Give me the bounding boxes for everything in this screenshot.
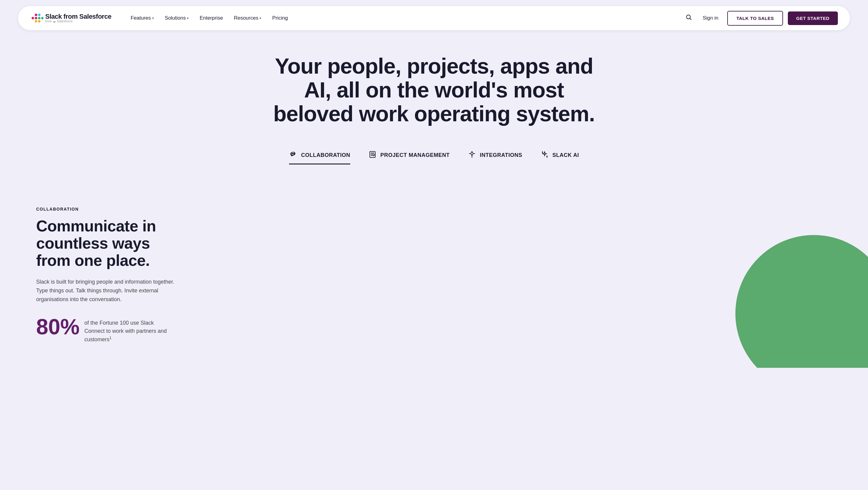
svg-point-11 <box>293 153 294 154</box>
slack-logo-icon <box>30 11 43 25</box>
content-left: COLLABORATION Communicate in countless w… <box>36 207 187 344</box>
svg-rect-7 <box>41 17 43 19</box>
svg-line-9 <box>690 19 691 20</box>
tab-collaboration-label: COLLABORATION <box>301 152 350 158</box>
svg-rect-2 <box>35 13 37 16</box>
search-icon[interactable] <box>684 12 694 24</box>
chevron-down-icon: ▾ <box>187 16 189 20</box>
section-description: Slack is built for bringing people and i… <box>36 278 187 304</box>
tab-slack-ai-label: SLACK AI <box>553 152 579 158</box>
svg-rect-3 <box>35 20 37 23</box>
svg-rect-4 <box>38 17 40 19</box>
svg-marker-17 <box>471 151 473 156</box>
svg-rect-6 <box>38 13 40 16</box>
tab-project-management[interactable]: PROJECT MANAGEMENT <box>368 147 450 165</box>
svg-rect-5 <box>38 20 40 23</box>
signin-button[interactable]: Sign in <box>699 13 723 24</box>
get-started-button[interactable]: GET STARTED <box>788 11 838 25</box>
nav-solutions[interactable]: Solutions ▾ <box>161 13 193 24</box>
tab-slack-ai[interactable]: SLACK AI <box>540 147 579 165</box>
logo-link[interactable]: Slack from Salesforce from ☁ Salesforce <box>30 11 111 25</box>
hero-title: Your people, projects, apps and AI, all … <box>268 54 600 126</box>
svg-rect-1 <box>35 17 37 19</box>
navbar: Slack from Salesforce from ☁ Salesforce … <box>18 6 850 30</box>
talk-to-sales-button[interactable]: TALK TO SALES <box>727 11 783 26</box>
nav-pricing[interactable]: Pricing <box>268 13 292 24</box>
chevron-down-icon: ▾ <box>152 16 154 20</box>
nav-links: Features ▾ Solutions ▾ Enterprise Resour… <box>126 13 683 24</box>
stat-block: 80% of the Fortune 100 use Slack Connect… <box>36 316 187 344</box>
nav-right: Sign in TALK TO SALES GET STARTED <box>684 11 838 26</box>
nav-enterprise[interactable]: Enterprise <box>195 13 227 24</box>
tab-collaboration[interactable]: COLLABORATION <box>289 147 350 165</box>
slack-ai-icon <box>540 150 549 161</box>
logo-text: Slack from Salesforce <box>45 13 111 20</box>
section-label: COLLABORATION <box>36 207 187 211</box>
stat-text: of the Fortune 100 use Slack Connect to … <box>84 316 175 344</box>
svg-point-12 <box>294 153 295 154</box>
logo-sub: from ☁ Salesforce <box>45 20 111 23</box>
stat-number: 80% <box>36 316 80 338</box>
chevron-down-icon: ▾ <box>259 16 261 20</box>
section-title: Communicate in countless ways from one p… <box>36 218 187 269</box>
hero-section: Your people, projects, apps and AI, all … <box>0 36 868 182</box>
svg-point-10 <box>292 153 293 154</box>
tab-project-management-label: PROJECT MANAGEMENT <box>380 152 450 158</box>
nav-features[interactable]: Features ▾ <box>126 13 158 24</box>
collaboration-icon <box>289 150 298 161</box>
integrations-icon <box>468 150 476 161</box>
nav-resources[interactable]: Resources ▾ <box>230 13 266 24</box>
tab-integrations-label: INTEGRATIONS <box>480 152 522 158</box>
tab-integrations[interactable]: INTEGRATIONS <box>468 147 522 165</box>
svg-rect-0 <box>32 17 34 19</box>
collaboration-section: COLLABORATION Communicate in countless w… <box>0 182 868 368</box>
feature-tabs: COLLABORATION PROJECT MANAGEMENT <box>12 141 856 171</box>
project-management-icon <box>368 150 377 161</box>
